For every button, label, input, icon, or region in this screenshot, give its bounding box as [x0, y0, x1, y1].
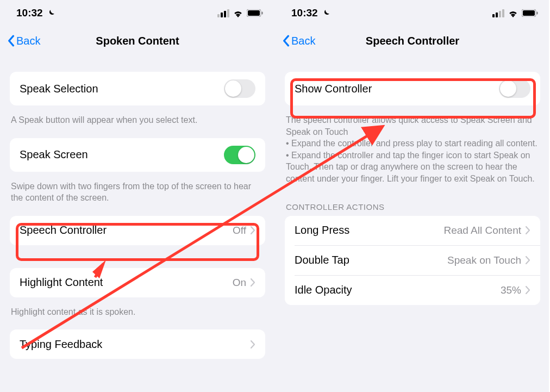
chevron-right-icon — [251, 278, 255, 287]
speech-controller-value: Off — [233, 225, 246, 237]
speech-controller-label: Speech Controller — [20, 224, 107, 237]
nav-bar: Back Speech Controller — [275, 26, 550, 55]
svg-rect-1 — [248, 10, 260, 16]
idle-opacity-value: 35% — [501, 284, 521, 296]
double-tap-value: Speak on Touch — [447, 254, 521, 266]
left-screenshot: 10:32 Back Spoken Content — [0, 0, 275, 392]
cellular-signal-icon — [492, 9, 504, 17]
back-label: Back — [291, 35, 315, 47]
chevron-right-icon — [251, 226, 255, 234]
svg-rect-5 — [537, 12, 538, 15]
chevron-right-icon — [526, 286, 530, 294]
idle-opacity-label: Idle Opacity — [295, 284, 352, 296]
do-not-disturb-icon — [46, 9, 55, 18]
speak-selection-toggle[interactable] — [224, 79, 255, 98]
do-not-disturb-icon — [321, 9, 330, 18]
status-time: 10:32 — [16, 7, 43, 19]
speak-screen-toggle[interactable] — [224, 146, 255, 164]
status-bar: 10:32 — [275, 0, 550, 26]
speak-screen-label: Speak Screen — [20, 148, 88, 161]
double-tap-row[interactable]: Double Tap Speak on Touch — [285, 246, 540, 275]
speak-selection-footer: A Speak button will appear when you sele… — [0, 110, 275, 138]
chevron-left-icon — [7, 35, 15, 47]
long-press-label: Long Press — [295, 224, 349, 237]
typing-feedback-label: Typing Feedback — [20, 338, 102, 351]
right-screenshot: 10:32 Back Speech Controller — [275, 0, 550, 392]
nav-title: Speech Controller — [275, 35, 550, 47]
status-bar: 10:32 — [0, 0, 275, 26]
highlight-content-row[interactable]: Highlight Content On — [10, 268, 265, 297]
nav-bar: Back Spoken Content — [0, 26, 275, 55]
svg-rect-4 — [523, 10, 535, 16]
speak-screen-footer: Swipe down with two fingers from the top… — [0, 176, 275, 216]
battery-icon — [522, 9, 538, 17]
controller-actions-header: Controller Actions — [275, 197, 550, 216]
chevron-right-icon — [251, 340, 255, 349]
cellular-signal-icon — [217, 9, 229, 17]
nav-title: Spoken Content — [0, 35, 275, 47]
speak-screen-row[interactable]: Speak Screen — [10, 138, 265, 172]
show-controller-label: Show Controller — [295, 83, 372, 95]
back-label: Back — [16, 35, 40, 47]
status-time: 10:32 — [291, 7, 318, 19]
idle-opacity-row[interactable]: Idle Opacity 35% — [285, 276, 540, 305]
back-button[interactable]: Back — [282, 35, 315, 47]
chevron-right-icon — [526, 256, 530, 264]
show-controller-toggle[interactable] — [499, 79, 530, 98]
long-press-row[interactable]: Long Press Read All Content — [285, 216, 540, 245]
speak-selection-row[interactable]: Speak Selection — [10, 72, 265, 105]
wifi-icon — [508, 9, 518, 17]
long-press-value: Read All Content — [443, 225, 521, 237]
show-controller-row[interactable]: Show Controller — [285, 72, 540, 105]
chevron-right-icon — [526, 226, 530, 234]
back-button[interactable]: Back — [7, 35, 40, 47]
wifi-icon — [233, 9, 243, 17]
battery-icon — [247, 9, 263, 17]
show-controller-footer: The speech controller allows quick acces… — [275, 110, 550, 197]
typing-feedback-row[interactable]: Typing Feedback — [10, 329, 265, 359]
svg-rect-2 — [262, 12, 263, 15]
speech-controller-row[interactable]: Speech Controller Off — [10, 216, 265, 245]
highlight-content-value: On — [233, 277, 246, 289]
double-tap-label: Double Tap — [295, 254, 349, 266]
chevron-left-icon — [282, 35, 290, 47]
speak-selection-label: Speak Selection — [20, 83, 98, 95]
highlight-content-footer: Highlight content as it is spoken. — [0, 302, 275, 330]
highlight-content-label: Highlight Content — [20, 276, 103, 289]
